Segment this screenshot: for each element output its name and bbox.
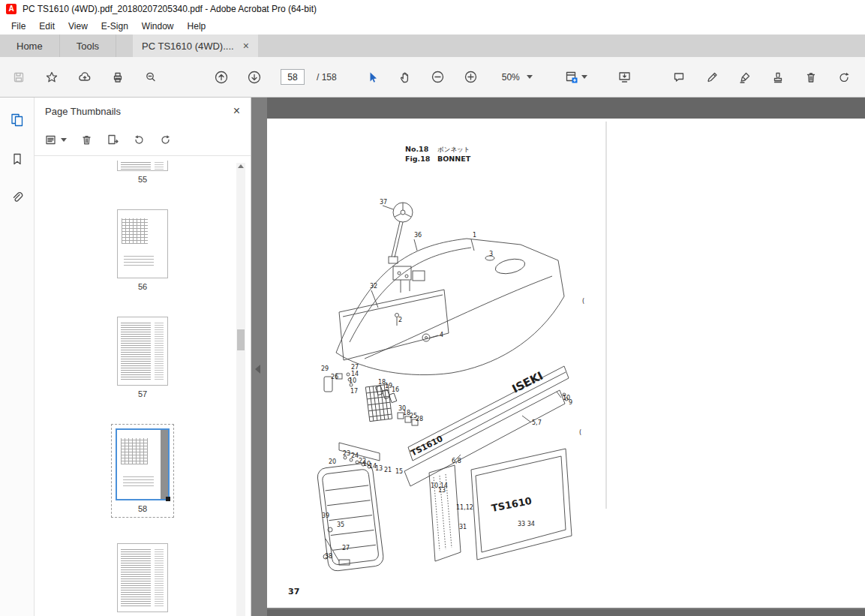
thumbnail-page-label: 56 bbox=[138, 282, 147, 291]
part-callout: 14 bbox=[351, 371, 359, 377]
page-number-input[interactable] bbox=[281, 69, 305, 85]
tab-tools[interactable]: Tools bbox=[60, 35, 116, 57]
thumbnail-image[interactable] bbox=[117, 317, 168, 386]
panel-scrollbar[interactable] bbox=[236, 163, 245, 616]
side-panel-strips bbox=[404, 366, 569, 486]
main-toolbar: / 158 50% bbox=[0, 57, 865, 98]
part-callout: 2 bbox=[398, 317, 402, 323]
zoom-in-button[interactable] bbox=[458, 65, 484, 90]
stamp-button[interactable] bbox=[765, 65, 791, 90]
part-callout: 13 bbox=[375, 465, 383, 472]
side-mesh-panel bbox=[429, 465, 461, 561]
scrollbar-thumb[interactable] bbox=[237, 329, 245, 350]
selection-handle[interactable] bbox=[166, 497, 170, 501]
menu-help[interactable]: Help bbox=[181, 20, 213, 33]
menu-esign[interactable]: E-Sign bbox=[95, 20, 135, 33]
page-gap-bottom bbox=[267, 609, 865, 616]
part-callout: 6,8 bbox=[452, 458, 461, 464]
figure-number: No.18 bbox=[405, 145, 429, 153]
page-count-label: / 158 bbox=[317, 72, 337, 83]
attachments-icon[interactable] bbox=[7, 188, 28, 209]
figure-title: BONNET bbox=[437, 155, 471, 163]
window-titlebar: A PC TS1610 (4WD).pdf_20180207205340.pdf… bbox=[0, 0, 865, 18]
thumbnail-page-58-selected[interactable]: 58 bbox=[111, 424, 174, 518]
tab-document[interactable]: PC TS1610 (4WD).... × bbox=[133, 35, 258, 57]
print-button[interactable] bbox=[105, 65, 131, 90]
tab-home[interactable]: Home bbox=[0, 35, 60, 57]
share-cloud-button[interactable] bbox=[72, 65, 98, 90]
thumbnail-image[interactable] bbox=[117, 209, 168, 278]
next-page-button[interactable] bbox=[242, 65, 267, 90]
menu-view[interactable]: View bbox=[62, 20, 95, 33]
delete-pages-button[interactable] bbox=[798, 65, 824, 90]
part-callout: 16 bbox=[392, 386, 399, 393]
highlight-button[interactable] bbox=[699, 65, 725, 90]
thumbnail-page-label: 55 bbox=[138, 175, 147, 184]
part-callout: 3 bbox=[489, 251, 493, 257]
document-canvas: No.18 ボンネット Fig.18 BONNET bbox=[251, 98, 865, 616]
thumbnail-page-55[interactable]: 55 bbox=[117, 161, 168, 184]
part-callout: 11,12 bbox=[456, 504, 473, 511]
comment-button[interactable] bbox=[666, 65, 692, 90]
page-fit-dropdown[interactable] bbox=[560, 65, 593, 90]
presentation-mode-button[interactable] bbox=[612, 65, 638, 90]
page-thumbnails-icon[interactable] bbox=[7, 110, 28, 131]
zoom-search-button[interactable] bbox=[138, 65, 164, 90]
left-rail bbox=[0, 98, 35, 616]
thumbnail-page-59[interactable] bbox=[117, 543, 168, 612]
zoom-level-dropdown[interactable]: 50% bbox=[497, 69, 537, 86]
thumbnail-image[interactable] bbox=[117, 543, 168, 612]
panel-toolbar bbox=[35, 125, 251, 156]
tab-close-icon[interactable]: × bbox=[243, 41, 249, 51]
part-callout: 39 bbox=[322, 512, 329, 519]
tab-home-label: Home bbox=[17, 41, 43, 52]
save-button[interactable] bbox=[6, 65, 32, 90]
page-thumbnails-panel: Page Thumbnails × 55 bbox=[35, 98, 251, 616]
thumbnail-options-menu[interactable] bbox=[45, 134, 67, 146]
delete-page-icon[interactable] bbox=[80, 134, 93, 146]
part-callout: 13 bbox=[438, 487, 446, 494]
chevron-down-icon bbox=[61, 138, 67, 142]
bookmarks-icon[interactable] bbox=[7, 149, 28, 170]
part-callout: 1 bbox=[473, 232, 476, 239]
zoom-out-button[interactable] bbox=[425, 65, 451, 90]
page-gap-top bbox=[267, 98, 865, 119]
previous-page-button[interactable] bbox=[209, 65, 234, 90]
extract-pages-icon[interactable] bbox=[107, 134, 119, 146]
scroll-up-arrow-icon[interactable] bbox=[238, 164, 244, 168]
part-callout: 17 bbox=[350, 388, 358, 395]
thumbnail-list: 55 56 57 58 bbox=[35, 156, 251, 616]
thumbnail-page-label: 58 bbox=[138, 504, 147, 513]
bonnet-hood bbox=[336, 239, 564, 375]
menu-edit[interactable]: Edit bbox=[32, 20, 62, 33]
thumbnail-image[interactable] bbox=[117, 430, 168, 499]
rotate-ccw-icon[interactable] bbox=[133, 134, 146, 146]
sign-button[interactable] bbox=[732, 65, 758, 90]
hand-tool-button[interactable] bbox=[392, 65, 418, 90]
radiator-screen bbox=[365, 384, 392, 421]
rotate-cw-icon[interactable] bbox=[159, 134, 172, 146]
part-callout: 27 bbox=[351, 364, 359, 371]
star-favorite-button[interactable] bbox=[39, 65, 65, 90]
menubar: File Edit View E-Sign Window Help bbox=[0, 18, 865, 35]
rotate-page-button[interactable] bbox=[831, 65, 857, 90]
part-callout: 21 bbox=[384, 467, 392, 473]
panel-collapse-handle[interactable] bbox=[255, 365, 260, 374]
panel-close-icon[interactable]: × bbox=[233, 105, 240, 117]
select-tool-button[interactable] bbox=[359, 65, 385, 90]
menu-window[interactable]: Window bbox=[135, 20, 181, 33]
thumbnail-image[interactable] bbox=[117, 161, 168, 171]
part-callout: 9 bbox=[569, 399, 572, 406]
thumbnail-page-label: 57 bbox=[138, 389, 147, 398]
part-callout: 24 bbox=[351, 452, 359, 459]
tab-document-label: PC TS1610 (4WD).... bbox=[142, 41, 234, 52]
thumbnail-page-57[interactable]: 57 bbox=[117, 317, 168, 398]
thumbnail-page-56[interactable]: 56 bbox=[117, 209, 168, 291]
part-callout: 33 34 bbox=[518, 521, 535, 527]
menu-file[interactable]: File bbox=[5, 20, 32, 33]
part-callout: 38 bbox=[325, 553, 332, 560]
support-panel bbox=[339, 290, 449, 360]
part-callout: 35 bbox=[337, 521, 344, 528]
thumbnail-dark-margin bbox=[161, 430, 168, 499]
acrobat-app-icon: A bbox=[6, 4, 17, 14]
